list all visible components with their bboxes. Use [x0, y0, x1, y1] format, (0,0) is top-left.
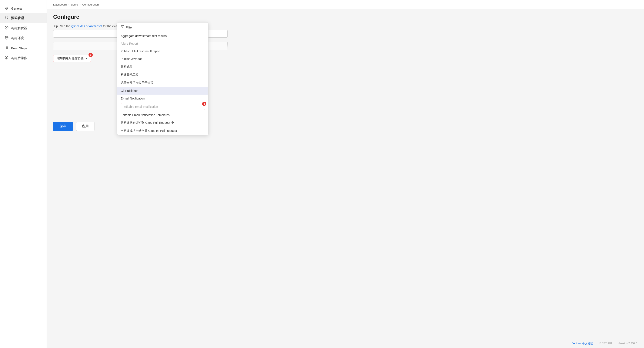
dropdown-filter: Filter [117, 22, 208, 32]
sidebar-item-label: 源码管理 [11, 16, 24, 20]
filter-icon [121, 25, 124, 29]
ant-fileset-link[interactable]: @includes of Ant fileset [71, 24, 102, 28]
cube-icon [4, 56, 9, 61]
dropdown-item-editable-email[interactable]: Editable Email Notification 2 [121, 103, 205, 110]
branch-icon [4, 16, 9, 21]
list-icon [4, 46, 9, 51]
sidebar-item-build-steps[interactable]: Build Steps [0, 43, 46, 53]
sidebar-item-environment[interactable]: 构建环境 [0, 33, 46, 43]
sidebar-item-source[interactable]: 源码管理 [0, 13, 46, 23]
dropdown-item-allure: Allure Report [117, 40, 208, 47]
dropdown-item-git-publisher[interactable]: Git Publisher [117, 87, 208, 95]
dropdown-item-aggregate[interactable]: Aggregate downstream test results [117, 32, 208, 40]
breadcrumb: Dashboard › demo › Configuration [47, 0, 644, 9]
dropdown-item-archive[interactable]: 归档成品 [117, 63, 208, 71]
hint-prefix: .zip'. See the [53, 24, 71, 28]
filter-label: Filter [126, 25, 133, 29]
svg-point-2 [7, 16, 8, 17]
sidebar-item-label: 构建后操作 [11, 56, 27, 60]
sidebar: ⚙ General 源码管理 构建触发器 [0, 0, 47, 348]
app-layout: ⚙ General 源码管理 构建触发器 [0, 0, 644, 348]
dropdown-item-email-notification[interactable]: E-mail Notification [117, 95, 208, 102]
clock-icon [4, 26, 9, 31]
content-area: .zip'. See the @includes of Ant fileset … [47, 22, 644, 137]
dropdown-menu: Filter Aggregate downstream test results… [117, 22, 208, 135]
dropdown-item-publish-javadoc[interactable]: Publish Javadoc [117, 55, 208, 63]
footer: Jenkins 中文社区 REST API Jenkins 2.452.1 [47, 339, 644, 348]
sidebar-item-label: 构建触发器 [11, 26, 27, 30]
add-step-label: 增加构建后操作步骤 [57, 56, 84, 60]
svg-marker-12 [121, 25, 124, 28]
svg-point-0 [5, 16, 6, 17]
breadcrumb-sep-2: › [80, 3, 80, 6]
add-step-badge: 1 [88, 53, 93, 57]
save-button[interactable]: 保存 [53, 122, 73, 131]
sidebar-item-label: General [11, 6, 22, 10]
footer-version: Jenkins 2.452.1 [618, 342, 638, 346]
dropdown-item-publish-junit[interactable]: Publish JUnit test result report [117, 47, 208, 55]
sidebar-item-label: Build Steps [11, 46, 27, 50]
chevron-up-icon: ∧ [85, 57, 87, 60]
footer-community[interactable]: Jenkins 中文社区 [572, 342, 593, 346]
sidebar-item-general[interactable]: ⚙ General [0, 3, 46, 13]
footer-rest-api[interactable]: REST API [600, 342, 612, 346]
dropdown-item-gitee-comment[interactable]: 将构建状态评论到 Gitee Pull Request 中 [117, 119, 208, 127]
sidebar-item-triggers[interactable]: 构建触发器 [0, 23, 46, 33]
main-content: Dashboard › demo › Configuration Configu… [47, 0, 644, 348]
breadcrumb-sep-1: › [68, 3, 69, 6]
dropdown-item-editable-email-templates[interactable]: Editable Email Notification Templates [117, 111, 208, 119]
add-post-build-step-button[interactable]: 增加构建后操作步骤 ∧ 1 [53, 55, 91, 62]
editable-email-badge: 2 [202, 102, 206, 106]
sidebar-item-label: 构建环境 [11, 36, 24, 40]
sidebar-item-post-build[interactable]: 构建后操作 [0, 53, 46, 63]
apply-button[interactable]: 应用 [76, 122, 94, 131]
page-title: Configure [47, 9, 644, 22]
globe-icon [4, 36, 9, 41]
dropdown-item-build-other[interactable]: 构建其他工程 [117, 71, 208, 79]
gear-icon: ⚙ [4, 6, 9, 11]
breadcrumb-dashboard[interactable]: Dashboard [53, 3, 67, 6]
breadcrumb-demo[interactable]: demo [71, 3, 78, 6]
breadcrumb-configuration[interactable]: Configuration [82, 3, 99, 6]
dropdown-item-gitee-merge[interactable]: 当构建成功自动合并 Gitee 的 Pull Request [117, 127, 208, 135]
dropdown-item-fingerprint[interactable]: 记录文件的指纹用于追踪 [117, 79, 208, 87]
